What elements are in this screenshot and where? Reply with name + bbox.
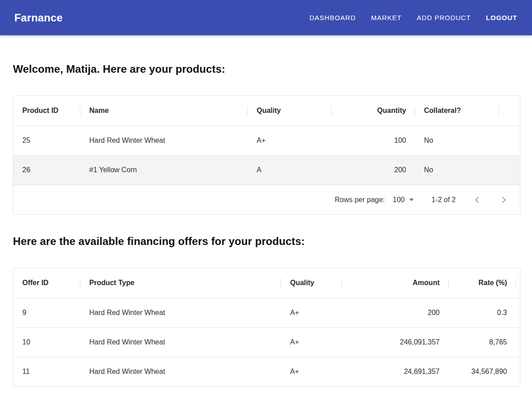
col-offer-id: Offer ID (13, 268, 80, 298)
brand-logo[interactable]: Farnance (14, 12, 62, 24)
cell-amount: 200 (342, 298, 449, 328)
cell-rate: 0.3 (449, 298, 516, 328)
rows-per-page-select[interactable]: 100 (393, 196, 414, 204)
cell-product-id: 26 (13, 155, 80, 185)
col-amount: Amount (342, 268, 449, 298)
rows-per-page-label: Rows per page: (335, 196, 385, 204)
cell-offer-id: 11 (13, 357, 80, 386)
products-header-row: Product ID Name Quality Quantity Collate… (13, 96, 520, 126)
col-name: Name (80, 96, 248, 126)
col-rate: Rate (%) (449, 268, 516, 298)
col-spacer (516, 268, 520, 298)
main-nav: DASHBOARD MARKET ADD PRODUCT LOGOUT (309, 14, 517, 21)
nav-item-market[interactable]: MARKET (371, 14, 402, 21)
offers-table-card: Offer ID Product Type Quality Amount Rat… (13, 268, 520, 387)
pagination-range: 1-2 of 2 (432, 196, 456, 204)
cell-quality: A+ (281, 328, 342, 357)
next-page-button[interactable] (499, 195, 509, 205)
cell-offer-id: 10 (13, 328, 80, 357)
offers-table: Offer ID Product Type Quality Amount Rat… (13, 268, 520, 386)
table-row: 10 Hard Red Winter Wheat A+ 246,091,357 … (13, 328, 520, 357)
table-row: 25 Hard Red Winter Wheat A+ 100 No (13, 126, 520, 155)
col-product-id: Product ID (13, 96, 80, 126)
page-content: Welcome, Matija. Here are your products:… (0, 63, 532, 387)
cell-product-type: Hard Red Winter Wheat (80, 357, 281, 386)
cell-amount: 24,691,357 (342, 357, 449, 386)
cell-rate: 8,765 (449, 328, 516, 357)
cell-rate: 34,567,890 (449, 357, 516, 386)
table-row: 11 Hard Red Winter Wheat A+ 24,691,357 3… (13, 357, 520, 386)
cell-quality: A (248, 155, 332, 185)
nav-item-dashboard[interactable]: DASHBOARD (309, 14, 356, 21)
cell-product-type: Hard Red Winter Wheat (80, 298, 281, 328)
col-collateral: Collateral? (415, 96, 499, 126)
chevron-left-icon (472, 195, 482, 205)
pagination-bar: Rows per page: 100 1-2 of 2 (13, 185, 520, 214)
cell-name: Hard Red Winter Wheat (80, 126, 248, 155)
chevron-right-icon (499, 195, 509, 205)
col-quality: Quality (281, 268, 342, 298)
cell-offer-id: 9 (13, 298, 80, 328)
app-navbar: Farnance DASHBOARD MARKET ADD PRODUCT LO… (0, 0, 532, 35)
cell-quantity: 100 (332, 126, 415, 155)
rows-per-page-value: 100 (393, 196, 405, 204)
table-row: 26 #1 Yellow Corn A 200 No (13, 155, 520, 185)
cell-product-type: Hard Red Winter Wheat (80, 328, 281, 357)
cell-amount: 246,091,357 (342, 328, 449, 357)
cell-quality: A+ (281, 298, 342, 328)
products-table-card: Product ID Name Quality Quantity Collate… (13, 95, 520, 215)
table-row: 9 Hard Red Winter Wheat A+ 200 0.3 (13, 298, 520, 328)
products-heading: Welcome, Matija. Here are your products: (13, 63, 520, 75)
cell-quantity: 200 (332, 155, 415, 185)
chevron-down-icon (409, 199, 414, 201)
cell-product-id: 25 (13, 126, 80, 155)
nav-item-logout[interactable]: LOGOUT (486, 14, 517, 21)
nav-item-add-product[interactable]: ADD PRODUCT (417, 14, 471, 21)
cell-quality: A+ (281, 357, 342, 386)
offers-heading: Here are the available financing offers … (13, 235, 520, 248)
products-table: Product ID Name Quality Quantity Collate… (13, 96, 520, 185)
col-product-type: Product Type (80, 268, 281, 298)
col-spacer (499, 96, 520, 126)
cell-name: #1 Yellow Corn (80, 155, 248, 185)
col-quality: Quality (248, 96, 332, 126)
offers-header-row: Offer ID Product Type Quality Amount Rat… (13, 268, 520, 298)
col-quantity: Quantity (332, 96, 415, 126)
previous-page-button[interactable] (472, 195, 482, 205)
cell-quality: A+ (248, 126, 332, 155)
cell-collateral: No (415, 155, 499, 185)
cell-collateral: No (415, 126, 499, 155)
